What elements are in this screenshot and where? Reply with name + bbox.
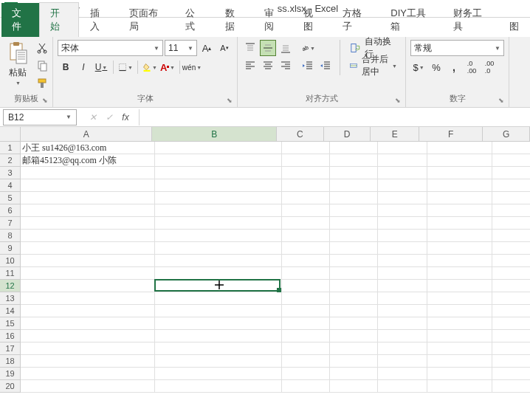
cell-A15[interactable]: [21, 317, 155, 330]
cell-A17[interactable]: [21, 342, 155, 355]
cell-C19[interactable]: [282, 368, 330, 380]
cell-E19[interactable]: [378, 368, 427, 380]
cell-E4[interactable]: [378, 179, 427, 192]
cell-G8[interactable]: [492, 230, 530, 242]
cell-F1[interactable]: [427, 142, 492, 154]
cell-F3[interactable]: [427, 167, 492, 179]
cell-G7[interactable]: [492, 217, 530, 230]
cell-G1[interactable]: [492, 142, 530, 154]
clipboard-dialog-launcher-icon[interactable]: ⬊: [42, 97, 51, 106]
cell-D5[interactable]: [330, 192, 378, 204]
cell-E16[interactable]: [378, 330, 427, 342]
cell-B11[interactable]: [155, 267, 282, 280]
cell-C10[interactable]: [282, 255, 330, 267]
cell-C14[interactable]: [282, 305, 330, 317]
cell-D9[interactable]: [330, 242, 378, 255]
tab-diy-toolbox[interactable]: DIY工具箱: [379, 2, 441, 37]
cell-F19[interactable]: [427, 368, 492, 380]
cell-F16[interactable]: [427, 330, 492, 342]
cell-B4[interactable]: [155, 179, 282, 192]
borders-icon[interactable]: ▼: [117, 59, 134, 75]
row-header-1[interactable]: 1: [0, 142, 21, 154]
cell-E1[interactable]: [378, 142, 427, 154]
cell-C16[interactable]: [282, 330, 330, 342]
underline-button[interactable]: U▼: [93, 59, 109, 75]
cell-E14[interactable]: [378, 305, 427, 317]
cell-D6[interactable]: [330, 204, 378, 217]
cell-B1[interactable]: [155, 142, 282, 154]
cell-B19[interactable]: [155, 368, 282, 380]
increase-indent-icon[interactable]: [317, 58, 334, 74]
cell-A2[interactable]: 邮箱45123@qq.com 小陈: [21, 154, 155, 167]
cell-B12[interactable]: [155, 280, 282, 292]
row-header-14[interactable]: 14: [0, 305, 21, 317]
cell-B7[interactable]: [155, 217, 282, 230]
cell-D18[interactable]: [330, 355, 378, 368]
tab-page-layout[interactable]: 页面布局: [118, 2, 175, 37]
cell-C1[interactable]: [282, 142, 330, 154]
alignment-dialog-launcher-icon[interactable]: ⬊: [395, 97, 404, 106]
cell-F8[interactable]: [427, 230, 492, 242]
row-header-6[interactable]: 6: [0, 204, 21, 217]
cell-B10[interactable]: [155, 255, 282, 267]
cell-G18[interactable]: [492, 355, 530, 368]
fx-icon[interactable]: fx: [118, 110, 133, 125]
row-header-2[interactable]: 2: [0, 154, 21, 167]
cell-G13[interactable]: [492, 292, 530, 305]
cell-B3[interactable]: [155, 167, 282, 179]
align-top-icon[interactable]: [242, 40, 258, 56]
format-painter-icon[interactable]: [34, 75, 50, 92]
tab-home[interactable]: 开始: [39, 2, 78, 37]
align-left-icon[interactable]: [242, 58, 258, 74]
row-header-8[interactable]: 8: [0, 230, 21, 242]
cell-D20[interactable]: [330, 380, 378, 393]
row-header-17[interactable]: 17: [0, 342, 21, 355]
cell-A18[interactable]: [21, 355, 155, 368]
cell-A8[interactable]: [21, 230, 155, 242]
row-header-16[interactable]: 16: [0, 330, 21, 342]
row-header-15[interactable]: 15: [0, 317, 21, 330]
column-header-G[interactable]: G: [483, 127, 530, 142]
cell-C15[interactable]: [282, 317, 330, 330]
cell-D8[interactable]: [330, 230, 378, 242]
cell-B15[interactable]: [155, 317, 282, 330]
copy-icon[interactable]: [34, 58, 50, 74]
cell-A9[interactable]: [21, 242, 155, 255]
orientation-icon[interactable]: ab▼: [300, 40, 316, 56]
cell-E12[interactable]: [378, 280, 427, 292]
row-header-5[interactable]: 5: [0, 192, 21, 204]
tab-formulas[interactable]: 公式: [174, 2, 213, 37]
row-header-7[interactable]: 7: [0, 217, 21, 230]
cell-A3[interactable]: [21, 167, 155, 179]
cell-G14[interactable]: [492, 305, 530, 317]
cell-F4[interactable]: [427, 179, 492, 192]
row-header-18[interactable]: 18: [0, 355, 21, 368]
row-header-9[interactable]: 9: [0, 242, 21, 255]
tab-review[interactable]: 审阅: [253, 2, 292, 37]
cell-G20[interactable]: [492, 380, 530, 393]
cell-F14[interactable]: [427, 305, 492, 317]
cell-C18[interactable]: [282, 355, 330, 368]
column-header-E[interactable]: E: [371, 127, 419, 142]
font-dialog-launcher-icon[interactable]: ⬊: [227, 97, 235, 106]
cell-F11[interactable]: [427, 267, 492, 280]
cell-E20[interactable]: [378, 380, 427, 393]
cell-B8[interactable]: [155, 230, 282, 242]
cell-A7[interactable]: [21, 217, 155, 230]
align-bottom-icon[interactable]: [278, 40, 294, 56]
cell-G12[interactable]: [492, 280, 530, 292]
cell-B18[interactable]: [155, 355, 282, 368]
row-header-10[interactable]: 10: [0, 255, 21, 267]
cell-C12[interactable]: [282, 280, 330, 292]
cell-E5[interactable]: [378, 192, 427, 204]
percent-icon[interactable]: %: [428, 59, 444, 75]
column-header-F[interactable]: F: [419, 127, 483, 142]
cell-C6[interactable]: [282, 204, 330, 217]
cell-D19[interactable]: [330, 368, 378, 380]
font-size-combo[interactable]: 11▼: [165, 40, 197, 56]
column-header-C[interactable]: C: [277, 127, 324, 142]
cell-C17[interactable]: [282, 342, 330, 355]
cell-D3[interactable]: [330, 167, 378, 179]
cell-C8[interactable]: [282, 230, 330, 242]
decrease-indent-icon[interactable]: [300, 58, 316, 74]
